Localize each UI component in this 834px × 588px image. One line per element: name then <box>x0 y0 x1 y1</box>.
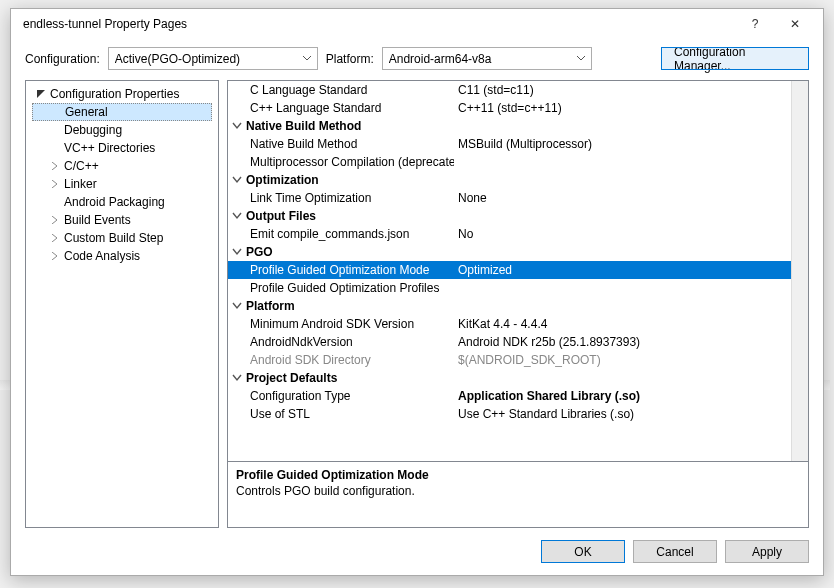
expand-icon <box>50 180 60 188</box>
tree-root[interactable]: Configuration Properties <box>32 85 212 103</box>
property-row[interactable]: Use of STLUse C++ Standard Libraries (.s… <box>228 405 808 423</box>
platform-select[interactable]: Android-arm64-v8a <box>382 47 592 70</box>
property-row[interactable]: Link Time OptimizationNone <box>228 189 808 207</box>
property-group[interactable]: Native Build Method <box>228 117 808 135</box>
property-group[interactable]: Platform <box>228 297 808 315</box>
configuration-manager-button[interactable]: Configuration Manager... <box>661 47 809 70</box>
property-row[interactable]: Profile Guided Optimization ModeOptimize… <box>228 261 808 279</box>
apply-button[interactable]: Apply <box>725 540 809 563</box>
chevron-down-icon <box>577 56 585 62</box>
titlebar: endless-tunnel Property Pages ? ✕ <box>11 9 823 39</box>
chevron-down-icon <box>230 212 244 220</box>
description-body: Controls PGO build configuration. <box>236 484 800 498</box>
tree-item[interactable]: Code Analysis <box>32 247 212 265</box>
tree-item[interactable]: C/C++ <box>32 157 212 175</box>
help-icon[interactable]: ? <box>735 9 775 39</box>
property-grid[interactable]: C Language StandardC11 (std=c11)C++ Lang… <box>227 80 809 462</box>
window-title: endless-tunnel Property Pages <box>23 17 735 31</box>
close-icon[interactable]: ✕ <box>775 9 815 39</box>
property-row[interactable]: AndroidNdkVersionAndroid NDK r25b (25.1.… <box>228 333 808 351</box>
property-group[interactable]: Project Defaults <box>228 369 808 387</box>
property-row[interactable]: C++ Language StandardC++11 (std=c++11) <box>228 99 808 117</box>
tree-item[interactable]: VC++ Directories <box>32 139 212 157</box>
dialog-footer: OK Cancel Apply <box>11 528 823 563</box>
configuration-select[interactable]: Active(PGO-Optimized) <box>108 47 318 70</box>
description-pane: Profile Guided Optimization Mode Control… <box>227 462 809 528</box>
expand-icon <box>50 234 60 242</box>
tree-item[interactable]: Debugging <box>32 121 212 139</box>
scrollbar[interactable] <box>791 81 808 461</box>
tree-item[interactable]: General <box>32 103 212 121</box>
property-row[interactable]: Multiprocessor Compilation (deprecated) <box>228 153 808 171</box>
category-tree[interactable]: Configuration PropertiesGeneralDebugging… <box>25 80 219 528</box>
config-bar: Configuration: Active(PGO-Optimized) Pla… <box>11 39 823 74</box>
property-group[interactable]: Optimization <box>228 171 808 189</box>
configuration-label: Configuration: <box>25 52 100 66</box>
platform-label: Platform: <box>326 52 374 66</box>
tree-item[interactable]: Custom Build Step <box>32 229 212 247</box>
expand-icon <box>50 216 60 224</box>
expand-icon <box>50 252 60 260</box>
tree-item[interactable]: Build Events <box>32 211 212 229</box>
property-group[interactable]: PGO <box>228 243 808 261</box>
tree-item[interactable]: Linker <box>32 175 212 193</box>
collapse-icon <box>36 90 46 98</box>
chevron-down-icon <box>230 122 244 130</box>
ok-button[interactable]: OK <box>541 540 625 563</box>
chevron-down-icon <box>230 302 244 310</box>
chevron-down-icon <box>230 248 244 256</box>
property-row[interactable]: Configuration TypeApplication Shared Lib… <box>228 387 808 405</box>
property-row[interactable]: Emit compile_commands.jsonNo <box>228 225 808 243</box>
cancel-button[interactable]: Cancel <box>633 540 717 563</box>
description-title: Profile Guided Optimization Mode <box>236 468 800 482</box>
chevron-down-icon <box>230 176 244 184</box>
chevron-down-icon <box>230 374 244 382</box>
property-row[interactable]: Profile Guided Optimization Profiles <box>228 279 808 297</box>
property-row[interactable]: C Language StandardC11 (std=c11) <box>228 81 808 99</box>
property-row[interactable]: Native Build MethodMSBuild (Multiprocess… <box>228 135 808 153</box>
chevron-down-icon <box>303 56 311 62</box>
property-row[interactable]: Android SDK Directory$(ANDROID_SDK_ROOT) <box>228 351 808 369</box>
property-pages-dialog: endless-tunnel Property Pages ? ✕ Config… <box>10 8 824 576</box>
property-group[interactable]: Output Files <box>228 207 808 225</box>
expand-icon <box>50 162 60 170</box>
tree-item[interactable]: Android Packaging <box>32 193 212 211</box>
property-row[interactable]: Minimum Android SDK VersionKitKat 4.4 - … <box>228 315 808 333</box>
